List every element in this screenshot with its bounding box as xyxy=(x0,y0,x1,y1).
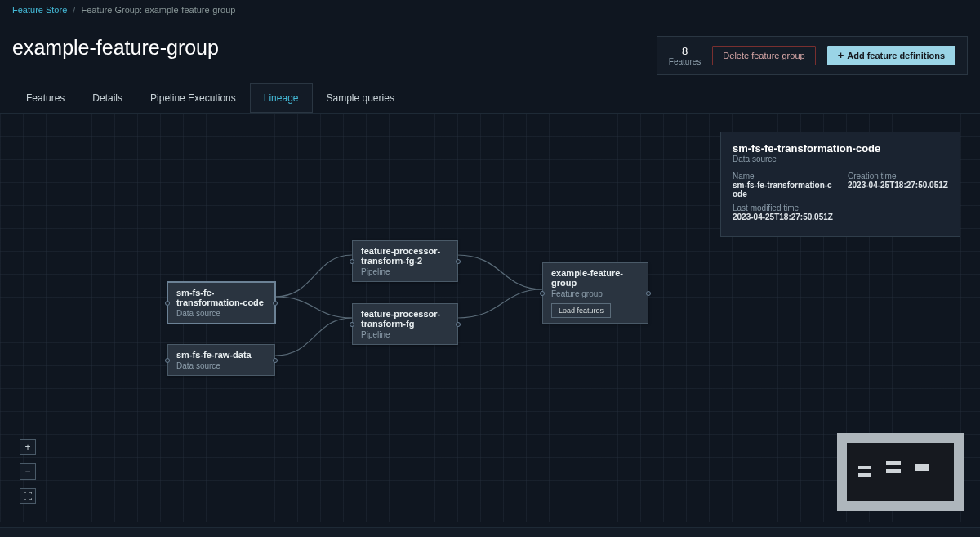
node-output-port[interactable] xyxy=(273,358,278,363)
add-button-label: Add feature definitions xyxy=(847,51,945,60)
detail-title: sm-fs-fe-transformation-code xyxy=(733,142,948,154)
tab-pipeline-executions[interactable]: Pipeline Executions xyxy=(136,83,250,113)
zoom-in-button[interactable]: + xyxy=(20,439,36,455)
node-subtitle: Pipeline xyxy=(361,267,449,276)
breadcrumb-separator: / xyxy=(73,5,75,15)
node-input-port[interactable] xyxy=(165,301,170,306)
minimap-node xyxy=(886,469,901,473)
lineage-node-feature-group[interactable]: example-feature-group Feature group Load… xyxy=(542,262,648,324)
page-title: example-feature-group xyxy=(12,36,219,60)
detail-name-value: sm-fs-fe-transformation-code xyxy=(733,181,833,199)
fullscreen-icon xyxy=(24,492,32,500)
node-title: example-feature-group xyxy=(551,268,639,288)
node-input-port[interactable] xyxy=(350,322,354,327)
node-output-port[interactable] xyxy=(456,322,461,327)
detail-creation-value: 2023-04-25T18:27:50.051Z xyxy=(848,181,948,190)
breadcrumb-root[interactable]: Feature Store xyxy=(12,5,67,15)
lineage-node-pipeline-fg[interactable]: feature-processor-transform-fg Pipeline xyxy=(352,303,458,345)
node-subtitle: Data source xyxy=(176,309,266,318)
minimap-node xyxy=(858,466,871,469)
load-features-button[interactable]: Load features xyxy=(551,303,611,318)
minimap-node xyxy=(858,473,871,477)
minimap-node xyxy=(886,461,901,465)
node-title: feature-processor-transform-fg xyxy=(361,309,449,329)
node-title: feature-processor-transform-fg-2 xyxy=(361,246,449,266)
detail-modified-value: 2023-04-25T18:27:50.051Z xyxy=(733,213,833,222)
node-detail-panel: sm-fs-fe-transformation-code Data source… xyxy=(720,132,960,237)
tab-details[interactable]: Details xyxy=(78,83,136,113)
node-subtitle: Feature group xyxy=(551,289,639,298)
zoom-out-button[interactable]: − xyxy=(20,463,36,480)
fit-screen-button[interactable] xyxy=(20,488,36,504)
node-input-port[interactable] xyxy=(165,358,170,363)
lineage-node-pipeline-fg-2[interactable]: feature-processor-transform-fg-2 Pipelin… xyxy=(352,240,458,282)
detail-modified-label: Last modified time xyxy=(733,204,833,213)
detail-name-label: Name xyxy=(733,172,833,181)
node-output-port[interactable] xyxy=(456,259,461,264)
tab-sample-queries[interactable]: Sample queries xyxy=(313,83,408,113)
lineage-node-transformation-code[interactable]: sm-fs-fe-transformation-code Data source xyxy=(167,282,275,324)
lineage-canvas[interactable]: sm-fs-fe-transformation-code Data source… xyxy=(0,114,980,522)
breadcrumb-current: Feature Group: example-feature-group xyxy=(81,5,235,15)
detail-subtitle: Data source xyxy=(733,154,948,163)
minimap-node xyxy=(915,464,929,471)
add-feature-definitions-button[interactable]: + Add feature definitions xyxy=(827,46,956,65)
zoom-controls: + − xyxy=(20,439,36,504)
bottom-gutter xyxy=(0,527,980,537)
node-output-port[interactable] xyxy=(273,301,278,306)
features-count: 8 xyxy=(669,45,701,57)
node-title: sm-fs-fe-raw-data xyxy=(176,350,266,360)
features-stat: 8 Features xyxy=(669,45,701,66)
minimap[interactable] xyxy=(837,433,964,511)
header-actions: 8 Features Delete feature group + Add fe… xyxy=(657,36,968,75)
tab-lineage[interactable]: Lineage xyxy=(250,83,313,113)
tabs: Features Details Pipeline Executions Lin… xyxy=(0,83,980,114)
features-label: Features xyxy=(669,57,701,66)
node-subtitle: Data source xyxy=(176,361,266,370)
node-title: sm-fs-fe-transformation-code xyxy=(176,288,266,307)
delete-feature-group-button[interactable]: Delete feature group xyxy=(712,46,815,65)
page-header: example-feature-group 8 Features Delete … xyxy=(0,20,980,83)
node-subtitle: Pipeline xyxy=(361,330,449,339)
node-output-port[interactable] xyxy=(646,291,651,296)
lineage-node-raw-data[interactable]: sm-fs-fe-raw-data Data source xyxy=(167,344,275,376)
node-input-port[interactable] xyxy=(540,291,545,296)
tab-features[interactable]: Features xyxy=(12,83,78,113)
node-input-port[interactable] xyxy=(350,259,354,264)
minimap-viewport xyxy=(847,443,954,501)
breadcrumb: Feature Store / Feature Group: example-f… xyxy=(0,0,980,20)
detail-creation-label: Creation time xyxy=(848,172,948,181)
